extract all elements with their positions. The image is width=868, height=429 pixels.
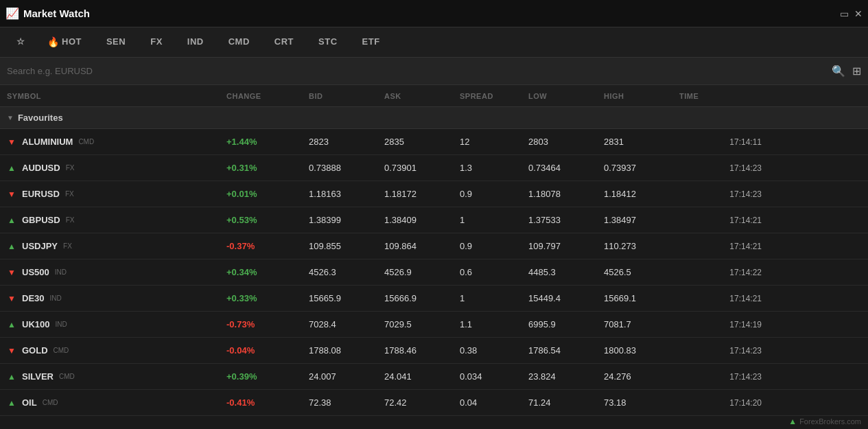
cell-spread: 0.38 (460, 345, 528, 356)
cell-change: -0.37% (226, 241, 309, 251)
cell-high: 24.276 (604, 371, 679, 382)
cell-low: 1.37533 (528, 215, 604, 225)
cell-symbol-gold: ▼ GOLD CMD (7, 345, 226, 356)
cell-time: 17:14:20 (679, 398, 762, 408)
cell-time: 17:14:23 (679, 163, 762, 173)
cell-high: 7081.7 (604, 319, 679, 329)
cell-high: 2831 (604, 137, 679, 147)
market-watch-icon: 📈 (5, 7, 19, 20)
tab-etf[interactable]: ETF (350, 27, 392, 58)
cell-change: +0.39% (226, 371, 309, 382)
cell-change: +0.01% (226, 189, 309, 199)
table-row[interactable]: ▲ USDJPY FX -0.37% 109.855 109.864 0.9 1… (0, 233, 868, 259)
table-row[interactable]: ▲ AUDUSD FX +0.31% 0.73888 0.73901 1.3 0… (0, 155, 868, 181)
cell-low: 2803 (528, 137, 604, 147)
cell-low: 109.797 (528, 241, 604, 251)
cell-bid: 109.855 (309, 241, 384, 251)
close-button[interactable]: ✕ (854, 8, 863, 19)
symbol-tag: FX (66, 216, 75, 224)
trend-arrow: ▲ (7, 372, 16, 382)
cell-time: 17:14:19 (679, 320, 762, 329)
symbol-tag: CMD (59, 373, 75, 380)
minimize-button[interactable]: ▭ (840, 8, 849, 19)
symbol-name: US500 (22, 267, 49, 277)
cell-change: +0.34% (226, 267, 309, 277)
col-ask: ASK (384, 92, 460, 100)
cell-high: 1.18412 (604, 189, 679, 199)
tab-sen[interactable]: SEN (94, 27, 138, 58)
cell-time: 17:14:11 (679, 137, 762, 147)
cell-spread: 1 (460, 215, 528, 225)
cell-symbol-de30: ▼ DE30 IND (7, 293, 226, 303)
cell-symbol-audusd: ▲ AUDUSD FX (7, 163, 226, 173)
cell-bid: 4526.3 (309, 267, 384, 277)
cell-time: 17:14:23 (679, 189, 762, 199)
col-bid: BID (309, 92, 384, 100)
cell-spread: 1.3 (460, 163, 528, 173)
table-row[interactable]: ▼ US500 IND +0.34% 4526.3 4526.9 0.6 448… (0, 259, 868, 286)
cell-time: 17:14:23 (679, 346, 762, 356)
table-row[interactable]: ▼ ALUMINIUM CMD +1.44% 2823 2835 12 2803… (0, 129, 868, 155)
col-low: LOW (528, 92, 604, 100)
tab-star[interactable]: ☆ (7, 27, 35, 58)
tab-crt[interactable]: CRT (262, 27, 306, 58)
col-change: CHANGE (226, 92, 309, 100)
table-row[interactable]: ▲ GBPUSD FX +0.53% 1.38399 1.38409 1 1.3… (0, 207, 868, 233)
hot-icon: 🔥 (47, 36, 60, 47)
search-bar: 🔍 ⊞ (0, 58, 868, 85)
trend-arrow: ▲ (7, 242, 16, 251)
table-row[interactable]: ▲ OIL CMD -0.41% 72.38 72.42 0.04 71.24 … (0, 390, 868, 416)
cell-time: 17:14:21 (679, 294, 762, 303)
trend-arrow: ▼ (7, 137, 16, 147)
symbol-name: USDJPY (22, 241, 58, 251)
table-row[interactable]: ▼ EURUSD FX +0.01% 1.18163 1.18172 0.9 1… (0, 181, 868, 207)
title-bar: 📈 Market Watch ▭ ✕ (0, 0, 868, 27)
table-row[interactable]: ▲ SILVER CMD +0.39% 24.007 24.041 0.034 … (0, 364, 868, 390)
cell-ask: 1.18172 (384, 189, 460, 199)
cell-low: 1.18078 (528, 189, 604, 199)
symbol-tag: FX (66, 164, 75, 172)
cell-ask: 1788.46 (384, 345, 460, 356)
cell-symbol-us500: ▼ US500 IND (7, 267, 226, 277)
tabs-bar: ☆ 🔥 HOT SEN FX IND CMD CRT STC ETF (0, 27, 868, 58)
cell-bid: 7028.4 (309, 319, 384, 329)
cell-spread: 12 (460, 137, 528, 147)
tab-cmd[interactable]: CMD (216, 27, 262, 58)
cell-time: 17:14:22 (679, 268, 762, 277)
column-headers: SYMBOL CHANGE BID ASK SPREAD LOW HIGH TI… (0, 85, 868, 107)
symbol-name: GOLD (22, 345, 48, 356)
symbol-tag: IND (50, 294, 62, 302)
symbol-tag: FX (65, 190, 74, 198)
cell-high: 4526.5 (604, 267, 679, 277)
tab-fx[interactable]: FX (138, 27, 175, 58)
cell-ask: 72.42 (384, 397, 460, 408)
cell-change: +0.31% (226, 163, 309, 173)
tab-hot[interactable]: 🔥 HOT (35, 27, 94, 58)
table-row[interactable]: ▼ GOLD CMD -0.04% 1788.08 1788.46 0.38 1… (0, 338, 868, 364)
cell-high: 1.38497 (604, 215, 679, 225)
tab-ind[interactable]: IND (175, 27, 216, 58)
table-row[interactable]: ▼ DE30 IND +0.33% 15665.9 15666.9 1 1544… (0, 286, 868, 312)
app-title: Market Watch (23, 8, 840, 19)
grid-icon[interactable]: ⊞ (852, 65, 861, 78)
group-header-favourites[interactable]: ▼ Favourites (0, 107, 868, 129)
symbol-name: OIL (22, 397, 37, 408)
cell-change: -0.41% (226, 397, 309, 408)
cell-ask: 7029.5 (384, 319, 460, 329)
cell-change: -0.04% (226, 345, 309, 356)
footer-icon: ▲ (788, 417, 797, 426)
cell-bid: 0.73888 (309, 163, 384, 173)
tab-stc[interactable]: STC (306, 27, 350, 58)
cell-bid: 1.18163 (309, 189, 384, 199)
table-row[interactable]: ▲ UK100 IND -0.73% 7028.4 7029.5 1.1 699… (0, 312, 868, 338)
cell-time: 17:14:21 (679, 242, 762, 251)
cell-low: 23.824 (528, 371, 604, 382)
cell-high: 110.273 (604, 241, 679, 251)
cell-symbol-silver: ▲ SILVER CMD (7, 371, 226, 382)
footer-text: ForexBrokers.com (799, 417, 861, 426)
cell-bid: 15665.9 (309, 293, 384, 303)
tab-hot-label: HOT (62, 36, 82, 47)
window-controls: ▭ ✕ (840, 8, 863, 19)
cell-low: 15449.4 (528, 293, 604, 303)
search-input[interactable] (7, 66, 832, 76)
